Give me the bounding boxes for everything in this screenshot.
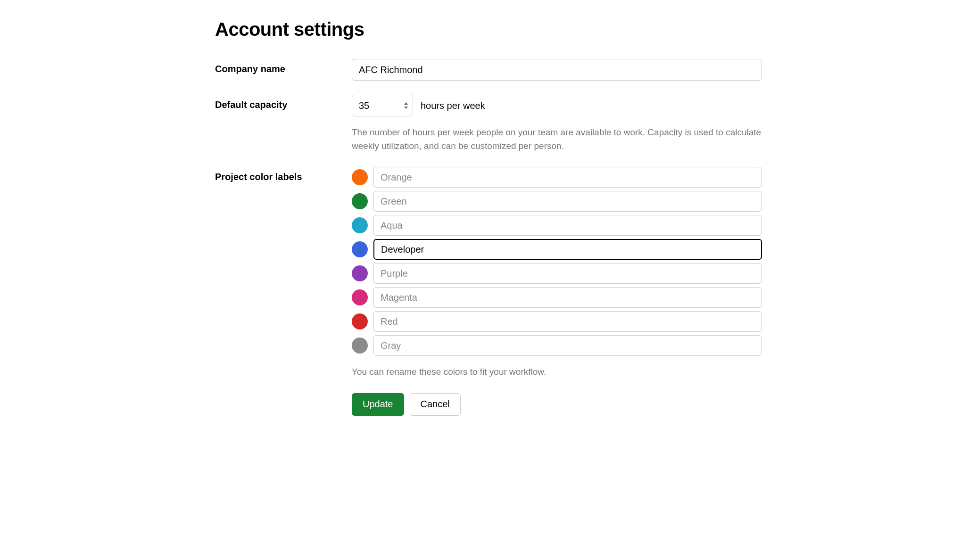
company-name-input[interactable] [352,59,762,81]
color-swatch [352,241,368,257]
color-swatch [352,193,368,209]
color-swatch [352,265,368,281]
color-label-input[interactable] [373,239,762,260]
project-color-labels-row: Project color labels You can rename thes… [215,167,762,416]
color-labels-help-text: You can rename these colors to fit your … [352,365,762,379]
color-label-input[interactable] [373,287,762,308]
capacity-suffix: hours per week [421,100,485,111]
color-label-row [352,215,762,236]
form-buttons: Update Cancel [352,393,762,416]
color-label-input[interactable] [373,215,762,236]
color-swatch [352,338,368,354]
cancel-button[interactable]: Cancel [410,393,461,416]
color-label-row [352,239,762,260]
default-capacity-select[interactable]: 35 [352,95,413,116]
color-label-row [352,311,762,332]
company-name-label: Company name [215,64,285,74]
color-label-row [352,191,762,212]
color-label-row [352,335,762,356]
company-name-row: Company name [215,59,762,81]
color-swatch [352,313,368,329]
page-title: Account settings [215,19,762,40]
color-label-input[interactable] [373,191,762,212]
color-label-row [352,263,762,284]
color-label-row [352,287,762,308]
project-color-labels-label: Project color labels [215,172,302,182]
color-label-input[interactable] [373,263,762,284]
update-button[interactable]: Update [352,393,404,416]
color-swatch [352,289,368,305]
color-swatch [352,217,368,233]
color-label-row [352,167,762,188]
color-swatch [352,169,368,185]
color-labels-list [352,167,762,356]
default-capacity-label: Default capacity [215,99,287,110]
default-capacity-row: Default capacity 35 hours per week The n… [215,95,762,153]
color-label-input[interactable] [373,167,762,188]
color-label-input[interactable] [373,335,762,356]
color-label-input[interactable] [373,311,762,332]
capacity-help-text: The number of hours per week people on y… [352,126,762,153]
